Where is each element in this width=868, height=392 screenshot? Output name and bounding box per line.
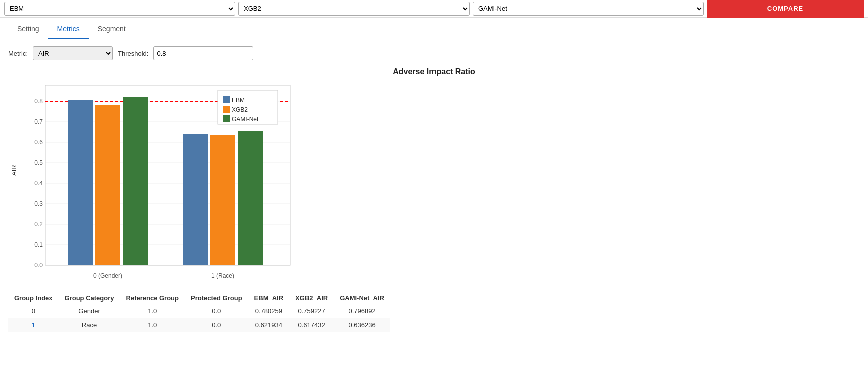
- metric-label: Metric:: [8, 50, 28, 58]
- bar-gender-xgb2: [95, 105, 120, 266]
- data-table: Group Index Group Category Reference Gro…: [8, 292, 390, 332]
- th-reference-group: Reference Group: [120, 292, 185, 304]
- top-bar: EBM XGB2 GAMI-Net EBM XGB2 GAMI-Net EBM …: [0, 0, 868, 18]
- y-axis-label: AIR: [8, 80, 18, 260]
- compare-button[interactable]: COMPARE: [707, 0, 864, 18]
- cell-group-category-1: Race: [59, 318, 120, 332]
- model3-select[interactable]: EBM XGB2 GAMI-Net: [473, 2, 704, 16]
- bar-race-xgb2: [210, 135, 235, 266]
- th-xgb2-air: XGB2_AIR: [289, 292, 334, 304]
- tabs-container: Setting Metrics Segment: [0, 20, 868, 40]
- th-group-category: Group Category: [59, 292, 120, 304]
- th-group-index: Group Index: [8, 292, 59, 304]
- svg-text:0.1: 0.1: [34, 242, 43, 248]
- cell-ref-group-1: 1.0: [120, 318, 185, 332]
- cell-group-index-1[interactable]: 1: [8, 318, 59, 332]
- chart-title: Adverse Impact Ratio: [8, 68, 860, 76]
- model2-select[interactable]: EBM XGB2 GAMI-Net: [238, 2, 470, 16]
- legend-gami-color: [223, 116, 230, 122]
- tab-metrics[interactable]: Metrics: [48, 20, 89, 40]
- model1-select[interactable]: EBM XGB2 GAMI-Net: [4, 2, 235, 16]
- table-row: 0 Gender 1.0 0.0 0.780259 0.759227 0.796…: [8, 304, 390, 318]
- cell-xgb2-air-1: 0.617432: [289, 318, 334, 332]
- cell-protected-group-1: 0.0: [185, 318, 248, 332]
- tab-setting[interactable]: Setting: [8, 20, 48, 40]
- cell-gami-air-0: 0.796892: [334, 304, 390, 318]
- cell-group-category-0: Gender: [59, 304, 120, 318]
- bar-race-ebm: [183, 134, 208, 266]
- table-row: 1 Race 1.0 0.0 0.621934 0.617432 0.63623…: [8, 318, 390, 332]
- bar-race-gami: [238, 131, 263, 266]
- chart-svg: 0.0 0.1 0.2 0.3 0.4 0.5 0.6 0.7 0.8: [18, 80, 308, 280]
- svg-text:0.0: 0.0: [34, 262, 43, 269]
- bar-gender-ebm: [68, 100, 93, 266]
- th-protected-group: Protected Group: [185, 292, 248, 304]
- svg-text:0.5: 0.5: [34, 160, 43, 166]
- cell-ebm-air-1: 0.621934: [248, 318, 290, 332]
- x-label-race: 1 (Race): [211, 272, 234, 280]
- legend-gami-label: GAMI-Net: [232, 116, 259, 123]
- svg-text:0.4: 0.4: [34, 180, 43, 187]
- group-index-link[interactable]: 1: [32, 322, 35, 329]
- bar-gender-gami: [123, 97, 148, 266]
- legend-xgb2-color: [223, 106, 230, 113]
- svg-text:0.7: 0.7: [34, 118, 43, 126]
- svg-text:0.8: 0.8: [34, 98, 43, 105]
- th-gami-air: GAMI-Net_AIR: [334, 292, 390, 304]
- cell-xgb2-air-0: 0.759227: [289, 304, 334, 318]
- metric-select[interactable]: AIR SPD DI: [33, 46, 113, 60]
- svg-text:0.6: 0.6: [34, 139, 43, 146]
- cell-gami-air-1: 0.636236: [334, 318, 390, 332]
- tab-segment[interactable]: Segment: [89, 20, 135, 40]
- x-label-gender: 0 (Gender): [93, 272, 122, 280]
- svg-text:0.2: 0.2: [34, 221, 43, 228]
- chart-container: Adverse Impact Ratio AIR 0.0 0.1 0.2 0.3…: [0, 68, 868, 288]
- threshold-label: Threshold:: [118, 50, 148, 58]
- table-header-row: Group Index Group Category Reference Gro…: [8, 292, 390, 304]
- th-ebm-air: EBM_AIR: [248, 292, 290, 304]
- cell-ebm-air-0: 0.780259: [248, 304, 290, 318]
- cell-ref-group-0: 1.0: [120, 304, 185, 318]
- legend-xgb2-label: XGB2: [232, 106, 248, 114]
- legend-ebm-label: EBM: [232, 97, 245, 104]
- legend-ebm-color: [223, 96, 230, 104]
- controls-row: Metric: AIR SPD DI Threshold:: [0, 40, 868, 68]
- cell-protected-group-0: 0.0: [185, 304, 248, 318]
- cell-group-index-0: 0: [8, 304, 59, 318]
- threshold-input[interactable]: [153, 46, 253, 60]
- svg-text:0.3: 0.3: [34, 200, 43, 208]
